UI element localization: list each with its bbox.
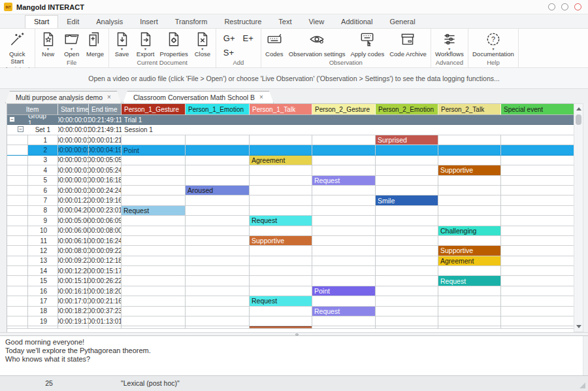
code-column-cell[interactable] xyxy=(501,286,574,296)
code-column-cell[interactable] xyxy=(312,206,376,216)
open-button[interactable]: ▾ Open xyxy=(61,31,83,58)
code-column-cell[interactable] xyxy=(122,135,186,145)
code-cell[interactable]: Aroused xyxy=(186,186,249,195)
ribbon-tab-analysis[interactable]: Analysis xyxy=(88,16,131,28)
code-column-cell[interactable] xyxy=(312,135,376,145)
table-row[interactable]: 1700:00:17:0100:00:21:16Request xyxy=(7,296,574,306)
doc-tab-classroom-conversation[interactable]: Classroom Conversation Math School B × xyxy=(123,91,274,103)
code-column-cell[interactable] xyxy=(376,176,438,186)
code-column-cell[interactable]: Supportive xyxy=(250,236,312,246)
code-column-cell[interactable] xyxy=(312,216,376,226)
code-column-cell[interactable] xyxy=(438,296,501,306)
code-column-cell[interactable] xyxy=(186,246,250,256)
code-column-cell[interactable] xyxy=(186,226,250,236)
code-column-cell[interactable] xyxy=(122,266,186,276)
code-column-cell[interactable] xyxy=(250,246,312,256)
quick-start-button[interactable]: ▾ Quick Start xyxy=(4,31,30,65)
resize-grip-icon[interactable] xyxy=(580,382,585,388)
code-cell[interactable]: Agreement xyxy=(438,256,500,265)
column-header-end[interactable]: End time xyxy=(89,104,122,115)
code-column-cell[interactable] xyxy=(186,307,250,316)
column-header-p2e[interactable]: Person_2_Emotion xyxy=(376,104,438,115)
code-column-cell[interactable] xyxy=(376,246,438,256)
code-column-cell[interactable] xyxy=(501,256,574,266)
code-column-cell[interactable] xyxy=(376,165,438,175)
code-column-cell[interactable]: Supportive xyxy=(438,246,501,256)
column-header-item[interactable]: Item xyxy=(7,104,58,115)
code-column-cell[interactable] xyxy=(376,156,438,165)
table-row[interactable]: 1400:00:12:2000:00:15:17 xyxy=(7,266,574,276)
table-row[interactable]: 1600:00:16:1900:00:18:20Point xyxy=(7,286,574,296)
code-column-cell[interactable] xyxy=(501,145,574,155)
code-column-cell[interactable] xyxy=(250,266,312,276)
code-column-cell[interactable] xyxy=(501,296,574,306)
code-column-cell[interactable] xyxy=(312,186,376,196)
transcript-pane[interactable]: Good morning everyone! Today we'll explo… xyxy=(0,336,583,375)
code-cell[interactable]: Request xyxy=(312,307,375,316)
code-column-cell[interactable] xyxy=(501,165,574,175)
code-column-cell[interactable]: Surprised xyxy=(376,135,438,145)
code-column-cell[interactable] xyxy=(186,236,250,246)
code-column-cell[interactable] xyxy=(438,316,501,326)
column-header-p1t[interactable]: Person_1_Talk xyxy=(250,104,312,115)
table-row[interactable]: 600:00:00:0100:00:24:24Aroused xyxy=(7,186,574,196)
code-column-cell[interactable]: Request xyxy=(122,206,186,216)
code-column-cell[interactable] xyxy=(250,286,312,296)
column-header-p2g[interactable]: Person_2_Gesture xyxy=(312,104,376,115)
ribbon-tab-transform[interactable]: Transform xyxy=(167,16,216,28)
code-column-cell[interactable] xyxy=(250,226,312,236)
code-cell[interactable]: Point xyxy=(122,145,185,154)
code-column-cell[interactable] xyxy=(501,206,574,216)
table-row[interactable]: 1800:00:18:2100:00:37:23Request xyxy=(7,307,574,316)
codes-button[interactable]: ▾ Codes xyxy=(263,31,286,58)
ribbon-tab-general[interactable]: General xyxy=(381,16,423,28)
table-row[interactable]: 1200:00:08:0100:00:09:22Supportive xyxy=(7,246,574,256)
code-column-cell[interactable] xyxy=(438,135,501,145)
code-column-cell[interactable] xyxy=(312,236,376,246)
code-column-cell[interactable] xyxy=(438,206,501,216)
code-column-cell[interactable] xyxy=(312,226,376,236)
table-row[interactable]: 800:00:04:2000:00:23:01Request xyxy=(7,206,574,216)
add-event-button[interactable]: E+ xyxy=(243,33,253,44)
merge-button[interactable]: ▾ Merge xyxy=(84,31,106,58)
code-column-cell[interactable] xyxy=(250,145,312,155)
observation-settings-button[interactable]: ▾ Observation settings xyxy=(287,31,348,58)
code-column-cell[interactable] xyxy=(501,316,574,326)
code-cell[interactable]: Smile xyxy=(376,196,438,205)
documentation-button[interactable]: ? ▾ Documentation xyxy=(470,31,516,58)
export-button[interactable]: ▾ Export xyxy=(135,31,157,58)
doc-tab-multi-purpose[interactable]: Multi purpose analysis demo × xyxy=(5,91,122,103)
code-cell[interactable]: Supportive xyxy=(438,165,500,175)
table-row[interactable]: 1300:00:09:2300:00:12:18Agreement xyxy=(7,256,574,266)
table-row[interactable]: 900:00:05:0600:00:06:09Request xyxy=(7,216,574,226)
code-cell[interactable]: Request xyxy=(250,296,312,305)
code-column-cell[interactable] xyxy=(312,196,376,205)
splitter-handle[interactable] xyxy=(295,333,299,335)
column-header-se[interactable]: Special event xyxy=(501,104,574,115)
code-column-cell[interactable] xyxy=(250,276,312,286)
code-column-cell[interactable] xyxy=(376,236,438,246)
code-cell[interactable]: Agreement xyxy=(250,156,312,165)
code-cell[interactable]: Point xyxy=(312,286,375,296)
code-column-cell[interactable] xyxy=(376,256,438,266)
ribbon-tab-insert[interactable]: Insert xyxy=(131,16,167,28)
code-column-cell[interactable]: Supportive xyxy=(438,165,501,175)
ribbon-tab-start[interactable]: Start xyxy=(25,15,58,28)
table-row[interactable]: 1100:00:06:1000:00:16:24Supportive xyxy=(7,236,574,246)
code-column-cell[interactable]: Point xyxy=(122,145,186,155)
collapse-toggle[interactable]: − xyxy=(9,116,15,122)
code-column-cell[interactable] xyxy=(122,316,186,326)
code-column-cell[interactable] xyxy=(438,216,501,226)
code-column-cell[interactable]: Agreement xyxy=(250,156,312,165)
code-column-cell[interactable] xyxy=(250,196,312,205)
code-cell[interactable]: Request xyxy=(122,206,185,215)
code-column-cell[interactable] xyxy=(376,296,438,306)
ribbon-tab-view[interactable]: View xyxy=(300,16,333,28)
code-column-cell[interactable] xyxy=(501,246,574,256)
code-column-cell[interactable] xyxy=(438,236,501,246)
code-column-cell[interactable] xyxy=(501,216,574,226)
code-column-cell[interactable] xyxy=(376,266,438,276)
code-column-cell[interactable] xyxy=(122,216,186,226)
code-column-cell[interactable] xyxy=(501,176,574,186)
ribbon-tab-restructure[interactable]: Restructure xyxy=(216,16,270,28)
